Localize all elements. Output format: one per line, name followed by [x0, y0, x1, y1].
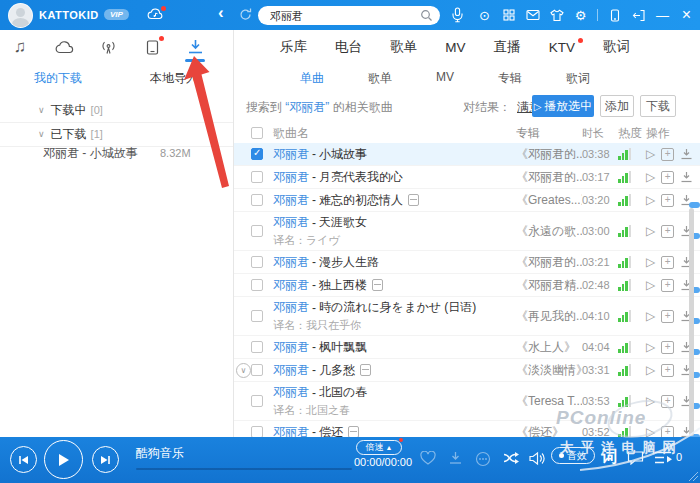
close-icon[interactable]: ×	[679, 8, 694, 23]
song-title[interactable]: 几多愁	[319, 362, 355, 379]
row-play-icon[interactable]: ▷	[646, 309, 655, 323]
song-title[interactable]: 時の流れに身をまかせ (日语)	[319, 299, 476, 316]
row-download-icon[interactable]	[680, 148, 693, 160]
song-artist-link[interactable]: 邓丽君	[273, 254, 309, 271]
tab-local-import[interactable]: 本地导入	[116, 70, 232, 87]
search-icon[interactable]	[420, 9, 433, 25]
mini-mode-icon[interactable]	[607, 8, 622, 23]
song-album[interactable]: 《邓丽君的..》	[516, 169, 582, 186]
play-queue-icon[interactable]	[654, 450, 672, 468]
search-keyword[interactable]: “邓丽君”	[285, 100, 329, 114]
lyrics-button[interactable]: 词	[601, 447, 617, 468]
subtab-album[interactable]: 专辑	[498, 70, 522, 87]
more-options-icon[interactable]	[475, 451, 491, 470]
song-album[interactable]: 《再见我的..》	[516, 308, 582, 325]
table-row[interactable]: ∨ 邓丽君 - 几多愁 《淡淡幽情》 03:31 ▷ +	[234, 359, 700, 382]
nav-ktv[interactable]: KTV	[549, 40, 575, 55]
cloud-disk-icon[interactable]	[53, 37, 75, 57]
song-checkbox[interactable]	[251, 364, 263, 376]
expand-versions-icon[interactable]: ∨	[236, 363, 251, 378]
playback-speed-button[interactable]: 倍速▲	[356, 440, 402, 455]
subtab-playlist[interactable]: 歌单	[368, 70, 392, 87]
table-row[interactable]: 邓丽君 - 独上西楼 《邓丽君精..》 02:48 ▷ +	[234, 274, 700, 297]
row-add-icon[interactable]: +	[661, 194, 674, 207]
song-artist-link[interactable]: 邓丽君	[273, 192, 309, 209]
progress-bar[interactable]	[136, 468, 352, 470]
song-title[interactable]: 小城故事	[319, 146, 367, 163]
song-artist-link[interactable]: 邓丽君	[273, 214, 309, 231]
song-artist-link[interactable]: 邓丽君	[273, 146, 309, 163]
song-checkbox[interactable]	[251, 171, 263, 183]
song-artist-link[interactable]: 邓丽君	[273, 362, 309, 379]
nav-geci[interactable]: 歌词	[603, 38, 630, 56]
avatar[interactable]	[8, 3, 33, 28]
row-play-icon[interactable]: ▷	[646, 170, 655, 184]
download-button[interactable]: 下载	[640, 95, 676, 117]
row-add-icon[interactable]: +	[661, 364, 674, 377]
nav-yueku[interactable]: 乐库	[280, 38, 307, 56]
song-album[interactable]: 《邓丽君的..》	[516, 254, 582, 271]
resize-grip[interactable]	[688, 471, 698, 481]
song-checkbox[interactable]	[251, 310, 263, 322]
sound-effect-button[interactable]: 音效	[551, 447, 595, 464]
song-artist-link[interactable]: 邓丽君	[273, 169, 309, 186]
song-checkbox[interactable]	[251, 279, 263, 291]
row-play-icon[interactable]: ▷	[646, 193, 655, 207]
row-play-icon[interactable]: ▷	[646, 394, 655, 408]
apps-grid-icon[interactable]	[501, 8, 516, 23]
downloaded-item[interactable]: 邓丽君 - 小城故事 8.32M	[0, 140, 233, 166]
mail-icon[interactable]	[525, 8, 540, 23]
row-play-icon[interactable]: ▷	[646, 363, 655, 377]
row-play-icon[interactable]: ▷	[646, 224, 655, 238]
back-icon[interactable]: ‹	[218, 3, 224, 23]
subtab-mv[interactable]: MV	[436, 70, 454, 87]
previous-button[interactable]	[10, 446, 37, 473]
song-album[interactable]: 《邓丽君精..》	[516, 277, 582, 294]
song-album[interactable]: 《Greates...》	[516, 192, 582, 209]
song-artist-link[interactable]: 邓丽君	[273, 384, 309, 401]
song-album[interactable]: 《淡淡幽情》	[516, 362, 582, 379]
table-row[interactable]: 邓丽君 - 枫叶飘飘 《水上人》 04:04 ▷ +	[234, 336, 700, 359]
row-add-icon[interactable]: +	[661, 395, 674, 408]
play-selected-button[interactable]: ▷ 播放选中	[532, 95, 594, 117]
song-title[interactable]: 难忘的初恋情人	[319, 192, 403, 209]
device-transfer-icon[interactable]	[141, 37, 163, 57]
row-play-icon[interactable]: ▷	[646, 255, 655, 269]
skin-tshirt-icon[interactable]	[549, 8, 564, 23]
song-title[interactable]: 北国の春	[319, 384, 367, 401]
song-checkbox[interactable]	[251, 225, 263, 237]
table-row[interactable]: 邓丽君 - 時の流れに身をまかせ (日语) 译名：我只在乎你 《再见我的..》 …	[234, 297, 700, 336]
download-song-icon[interactable]	[448, 451, 463, 468]
row-add-icon[interactable]: +	[661, 171, 674, 184]
row-play-icon[interactable]: ▷	[646, 340, 655, 354]
song-artist-link[interactable]: 邓丽君	[273, 339, 309, 356]
song-checkbox[interactable]	[251, 395, 263, 407]
favorite-heart-icon[interactable]	[420, 451, 436, 468]
song-album[interactable]: 《水上人》	[516, 339, 582, 356]
song-artist-link[interactable]: 邓丽君	[273, 299, 309, 316]
row-download-icon[interactable]	[680, 171, 693, 183]
song-title[interactable]: 漫步人生路	[319, 254, 379, 271]
table-row[interactable]: 邓丽君 - 北国の春 译名：北国之春 《Teresa T...》 03:53 ▷…	[234, 382, 700, 421]
row-add-icon[interactable]: +	[661, 225, 674, 238]
radio-icon[interactable]	[97, 37, 119, 57]
row-add-icon[interactable]: +	[661, 341, 674, 354]
cloud-music-icon[interactable]	[147, 7, 164, 25]
row-play-icon[interactable]: ▷	[646, 278, 655, 292]
comment-bubble-icon[interactable]	[627, 450, 644, 468]
switch-account-icon[interactable]	[631, 8, 646, 23]
tab-my-downloads[interactable]: 我的下载	[0, 70, 116, 87]
song-album[interactable]: 《永遠の歌..》	[516, 223, 582, 240]
row-add-icon[interactable]: +	[661, 310, 674, 323]
row-add-icon[interactable]: +	[661, 279, 674, 292]
nav-gedan[interactable]: 歌单	[390, 38, 417, 56]
subtab-lyrics[interactable]: 歌词	[566, 70, 590, 87]
row-add-icon[interactable]: +	[661, 256, 674, 269]
table-row[interactable]: 邓丽君 - 难忘的初恋情人 《Greates...》 03:20 ▷ +	[234, 189, 700, 212]
listen-mode-icon[interactable]: ⊙	[477, 8, 492, 23]
nav-zhibo[interactable]: 直播	[494, 38, 521, 56]
song-album[interactable]: 《Teresa T...》	[516, 393, 582, 410]
scrollbar-thumb[interactable]	[689, 208, 694, 436]
play-button[interactable]	[44, 440, 83, 479]
now-playing-title[interactable]: 酷狗音乐	[136, 445, 184, 462]
